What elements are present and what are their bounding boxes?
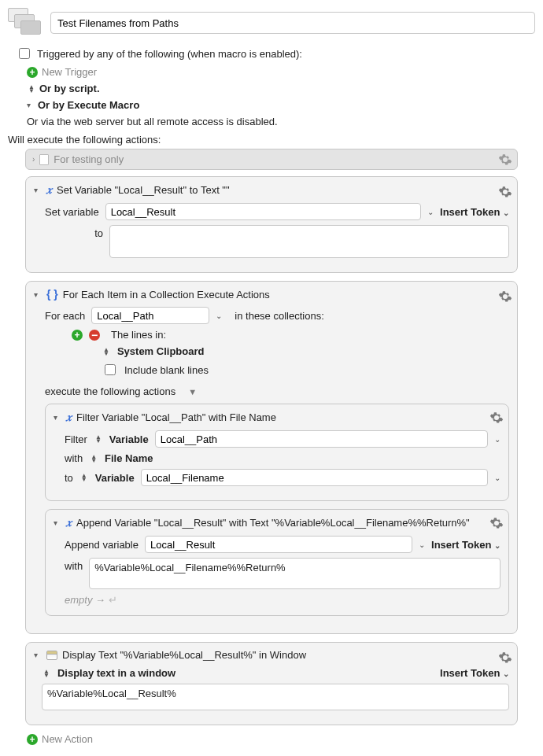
include-blank-checkbox[interactable] [105, 364, 116, 375]
gear-icon[interactable] [498, 153, 512, 167]
or-by-script-label: Or by script. [39, 83, 100, 94]
action-title: Filter Variable "Local__Path" with File … [76, 411, 276, 423]
for-each-label: For each [45, 310, 85, 322]
new-action-button[interactable]: + New Action [27, 733, 535, 745]
web-server-label: Or via the web server but all remote acc… [27, 116, 278, 127]
variable-name-input[interactable] [105, 203, 421, 220]
triggered-label: Triggered by any of the following (when … [37, 48, 302, 60]
updown-icon[interactable]: ▲▼ [28, 85, 35, 93]
execute-actions-label: execute the following actions [45, 385, 175, 397]
updown-icon[interactable]: ▲▼ [90, 455, 97, 463]
with-label: with [65, 558, 83, 572]
with-value-label[interactable]: File Name [105, 452, 153, 464]
display-value-textarea[interactable]: %Variable%Local__Result% [42, 684, 509, 710]
append-var-input[interactable] [145, 536, 412, 553]
append-variable-label: Append variable [65, 539, 139, 551]
action-title: Append Variable "Local__Result" with Tex… [76, 517, 470, 529]
new-trigger-button[interactable]: + New Trigger [27, 66, 535, 78]
testing-only-label: For testing only [54, 153, 124, 165]
to-value-textarea[interactable] [109, 225, 509, 258]
action-title: Display Text "%Variable%Local__Result%" … [62, 649, 306, 661]
display-type-label[interactable]: Display text in a window [57, 667, 175, 679]
gear-icon[interactable] [498, 289, 512, 304]
updown-icon[interactable]: ▲▼ [43, 669, 50, 677]
macro-title-input[interactable] [50, 12, 535, 34]
triangle-down-icon[interactable]: ▼ [188, 387, 197, 396]
or-by-execute-macro-label: Or by Execute Macro [38, 99, 139, 111]
testing-only-group[interactable]: › For testing only [25, 149, 518, 170]
in-collections-label: in these collections: [235, 310, 323, 322]
remove-collection-button[interactable]: − [89, 330, 100, 341]
chevron-down-icon[interactable]: ▾ [34, 290, 42, 299]
to-var-input[interactable] [141, 469, 488, 486]
filter-label: Filter [65, 433, 87, 445]
new-trigger-label: New Trigger [42, 66, 97, 78]
clipboard-source-label[interactable]: System Clipboard [117, 345, 205, 357]
will-execute-label: Will execute the following actions: [8, 134, 535, 146]
dropdown-caret-icon[interactable]: ⌄ [427, 208, 434, 216]
add-collection-button[interactable]: + [72, 330, 83, 341]
insert-token-button[interactable]: Insert Token ⌄ [440, 206, 509, 218]
action-set-variable: ▾ 𝑥 Set Variable "Local__Result" to Text… [25, 176, 518, 273]
append-hint: empty → ↵ [65, 594, 501, 606]
insert-token-button[interactable]: Insert Token ⌄ [431, 539, 501, 551]
action-append-variable: ▾ 𝑥 Append Variable "Local__Result" with… [45, 509, 509, 616]
lines-in-label: The lines in: [111, 329, 166, 341]
plus-icon: + [27, 67, 38, 78]
chevron-down-icon[interactable]: ▾ [54, 413, 61, 422]
to-label: to [45, 225, 103, 239]
include-blank-label: Include blank lines [124, 364, 209, 376]
filter-variable-kw: Variable [109, 433, 149, 445]
updown-icon[interactable]: ▲▼ [95, 435, 102, 443]
variable-icon: 𝑥 [46, 183, 52, 197]
gear-icon[interactable] [489, 411, 504, 425]
action-title: Set Variable "Local__Result" to Text "" [57, 184, 230, 196]
insert-token-button[interactable]: Insert Token ⌄ [440, 667, 509, 679]
window-icon [46, 651, 57, 660]
new-action-label: New Action [42, 733, 93, 745]
chevron-down-icon[interactable]: ▾ [34, 186, 42, 194]
action-for-each: ▾ { } For Each Item in a Collection Exec… [25, 281, 518, 634]
to-variable-kw: Variable [95, 472, 135, 484]
gear-icon[interactable] [489, 516, 504, 530]
action-filter-variable: ▾ 𝑥 Filter Variable "Local__Path" with F… [45, 404, 509, 501]
chevron-down-icon[interactable]: ▾ [27, 101, 35, 109]
updown-icon[interactable]: ▲▼ [81, 474, 87, 481]
with-value-textarea[interactable]: %Variable%Local__Filename%%Return% [89, 558, 501, 589]
braces-icon: { } [46, 288, 58, 301]
file-icon [39, 154, 49, 165]
filter-var-input[interactable] [155, 430, 488, 448]
chevron-right-icon: › [32, 155, 35, 164]
macro-icon [8, 8, 42, 38]
dropdown-caret-icon[interactable]: ⌄ [216, 312, 222, 320]
action-display-text: ▾ Display Text "%Variable%Local__Result%… [25, 642, 518, 725]
dropdown-caret-icon[interactable]: ⌄ [419, 540, 425, 549]
updown-icon[interactable]: ▲▼ [103, 348, 109, 356]
with-label: with [65, 452, 83, 464]
chevron-down-icon[interactable]: ▾ [54, 518, 61, 527]
gear-icon[interactable] [498, 651, 512, 665]
gear-icon[interactable] [498, 185, 512, 199]
variable-icon: 𝑥 [66, 411, 72, 424]
to-label: to [65, 472, 73, 484]
dropdown-caret-icon[interactable]: ⌄ [494, 474, 501, 482]
plus-icon: + [27, 734, 38, 745]
foreach-var-input[interactable] [91, 307, 209, 324]
dropdown-caret-icon[interactable]: ⌄ [494, 435, 501, 444]
set-variable-label: Set variable [45, 206, 99, 218]
triggered-checkbox[interactable] [19, 48, 30, 59]
chevron-down-icon[interactable]: ▾ [34, 651, 42, 659]
variable-icon: 𝑥 [66, 516, 72, 529]
action-title: For Each Item in a Collection Execute Ac… [63, 289, 270, 301]
